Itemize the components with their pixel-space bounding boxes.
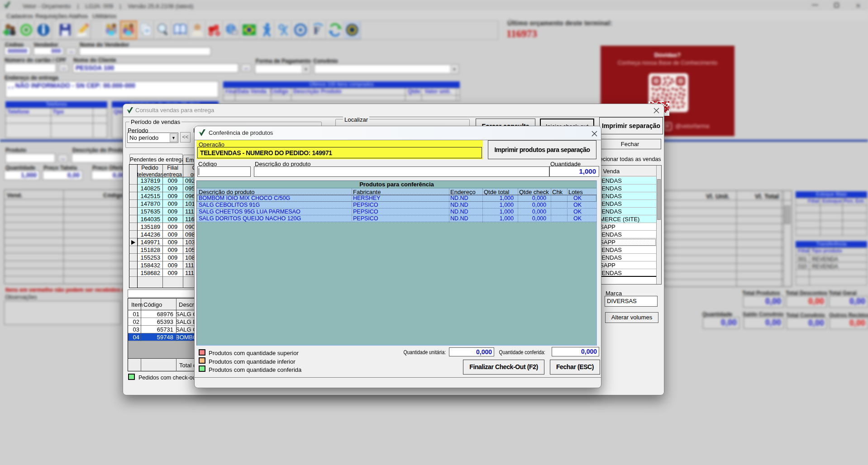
svg-text:F: F	[314, 24, 320, 36]
